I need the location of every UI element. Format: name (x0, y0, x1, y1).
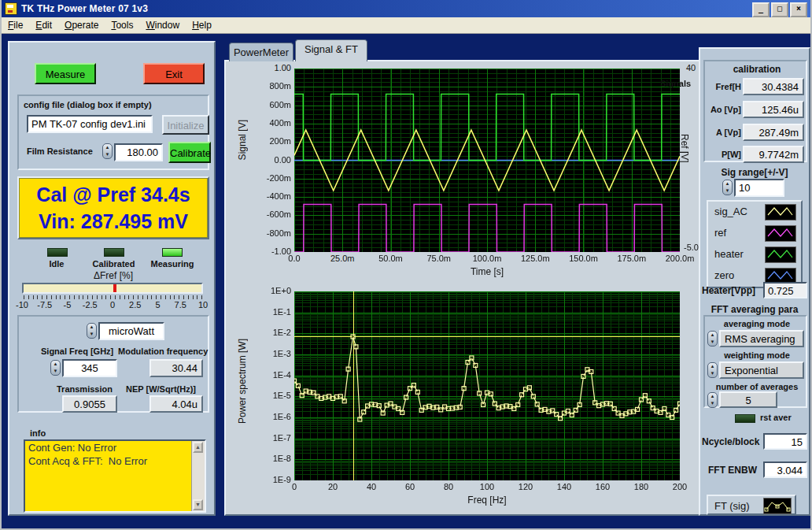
dfref-slider-pointer[interactable] (113, 284, 116, 292)
weighting-mode-select[interactable]: Exponential (719, 361, 804, 379)
a-value: 287.49m (743, 124, 804, 141)
ft-sig-chip (763, 498, 792, 514)
mod-freq-label: Modulation frequency (118, 347, 208, 356)
legend-item-chip (765, 246, 796, 263)
scroll-down-icon[interactable]: ▼ (193, 499, 203, 510)
dfref-slider-label: ΔFref [%] (9, 270, 217, 281)
waveform-icon (766, 205, 794, 218)
right-axis-max: 40 (686, 63, 696, 72)
num-averages-label: number of averages (705, 382, 809, 391)
signal-freq-stepper[interactable]: ▲▼ (50, 360, 61, 376)
spectrum-x-axis-label: Freq [Hz] (294, 495, 680, 506)
x-tick-label: 100.0m (463, 254, 511, 263)
legend-item-heater[interactable]: heater (708, 244, 801, 265)
calibrated-led (104, 248, 124, 257)
spectrum-plot (294, 291, 680, 480)
averaging-mode-stepper[interactable]: ▲▼ (707, 331, 718, 347)
legend-item-ref[interactable]: ref (708, 223, 801, 244)
sig-range-field[interactable]: 10 (734, 179, 784, 197)
signal-freq-field[interactable]: 345 (62, 359, 117, 377)
signals-plot (294, 69, 680, 252)
ncycle-label: Ncycle/block (702, 436, 759, 447)
menu-item-help[interactable]: Help (186, 18, 218, 32)
unit-stepper[interactable]: ▲▼ (87, 323, 97, 339)
x-tick-label: 125.0m (511, 254, 559, 263)
menu-item-operate[interactable]: Operate (58, 18, 105, 32)
rst-aver-led-button[interactable] (735, 414, 755, 423)
x-tick-label: 200.0m (656, 254, 703, 263)
num-averages-field[interactable]: 5 (719, 391, 777, 408)
sig-range-label: Sig range[+/-V] (700, 167, 809, 178)
legend-item-label: zero (714, 269, 734, 281)
readings-group: ▲▼ microWatt Signal Freq [GHz] Modulatio… (17, 315, 209, 413)
scroll-up-icon[interactable]: ▲ (193, 442, 203, 453)
y-tick-label: 1E-5 (249, 391, 291, 400)
x-tick-label: 175.0m (608, 254, 655, 263)
heater-vpp-field[interactable]: 0.725 (763, 282, 807, 298)
weighting-mode-stepper[interactable]: ▲▼ (707, 362, 718, 378)
y-tick-label: -800m (249, 228, 291, 238)
p-label: P[W] (707, 150, 741, 159)
waveform-icon (766, 269, 794, 282)
menu-item-file[interactable]: File (2, 18, 29, 32)
legend-item-label: ref (714, 227, 726, 239)
transmission-field: 0.9055 (62, 395, 117, 413)
menu-item-window[interactable]: Window (139, 18, 186, 32)
tab-signal-ft[interactable]: Signal & FT (295, 39, 367, 61)
menu-item-tools[interactable]: Tools (105, 18, 139, 32)
menu-item-edit[interactable]: Edit (29, 18, 58, 32)
maximize-button[interactable]: □ (771, 2, 788, 17)
waveform-icon (766, 247, 794, 261)
y-tick-label: -200m (249, 173, 291, 183)
ft-sig-legend[interactable]: FT (sig) (707, 495, 796, 515)
initialize-button[interactable]: Initialize (162, 115, 209, 135)
y-tick-label: 0.00 (249, 155, 291, 165)
y-tick-label: 1E-8 (249, 454, 291, 463)
measuring-led (162, 248, 183, 257)
legend-item-sig_AC[interactable]: sig_AC (708, 202, 801, 223)
exit-button[interactable]: Exit (143, 63, 205, 84)
status-display: Cal @ Pref 34.4s Vin: 287.495 mV (17, 176, 209, 239)
left-control-panel: Measure Exit config file (dialog box if … (8, 41, 216, 516)
y-tick-label: 200m (249, 136, 291, 146)
averaging-mode-select[interactable]: RMS averaging (719, 330, 804, 347)
info-textarea[interactable]: Cont Gen: No ErrorCont Acq & FFT: No Err… (24, 439, 206, 513)
measuring-label: Measuring (145, 259, 200, 269)
minimize-button[interactable]: _ (752, 2, 770, 17)
status-display-line1: Cal @ Pref 34.4s (19, 181, 208, 208)
num-averages-stepper[interactable]: ▲▼ (707, 392, 718, 408)
y-tick-label: 400m (249, 118, 291, 128)
weighting-mode-label: weighting mode (705, 350, 809, 360)
x-tick-label: 50.0m (367, 254, 415, 263)
measure-button[interactable]: Measure (35, 63, 96, 84)
close-button[interactable]: × (790, 2, 807, 17)
config-group: config file (dialog box if empty) PM TK-… (17, 95, 209, 170)
unit-select[interactable]: microWatt (98, 322, 164, 340)
sig-range-stepper[interactable]: ▲▼ (722, 180, 733, 195)
ncycle-field[interactable]: 15 (763, 433, 807, 450)
y-tick-label: 1E-1 (249, 307, 291, 317)
config-file-input[interactable]: PM TK-07 config dev1.ini (27, 115, 153, 133)
ao-value: 125.46u (743, 101, 804, 118)
calibration-group: calibration Fref[H 30.4384 Ao [Vp] 125.4… (703, 60, 807, 162)
legend-item-label: sig_AC (714, 206, 747, 217)
dfref-slider-track[interactable] (22, 283, 203, 294)
tab-powermeter[interactable]: PowerMeter (229, 43, 293, 61)
calibrate-button[interactable]: Calibrate (168, 142, 211, 163)
film-resistance-stepper[interactable]: ▲▼ (102, 143, 113, 159)
film-resistance-field[interactable]: 180.00 (114, 143, 163, 161)
status-display-line2: Vin: 287.495 mV (19, 208, 208, 235)
calibration-header: calibration (705, 64, 809, 75)
info-line: Cont Gen: No Error (25, 441, 205, 454)
x-tick-label: 75.0m (415, 254, 463, 263)
a-label: A [Vp] (707, 128, 741, 137)
y-tick-label: 1.00 (249, 63, 291, 72)
slider-scale-label: 10 (189, 300, 217, 309)
nep-label: NEP [W/Sqrt(Hz)] (126, 384, 196, 394)
y-tick-label: 1E-7 (249, 433, 291, 443)
ao-label: Ao [Vp] (707, 105, 741, 114)
info-scrollbar[interactable]: ▲ ▼ (191, 441, 205, 511)
y-tick-label: 600m (249, 100, 291, 109)
y-tick-label: 1E+0 (249, 286, 291, 295)
idle-label: Idle (33, 259, 80, 269)
